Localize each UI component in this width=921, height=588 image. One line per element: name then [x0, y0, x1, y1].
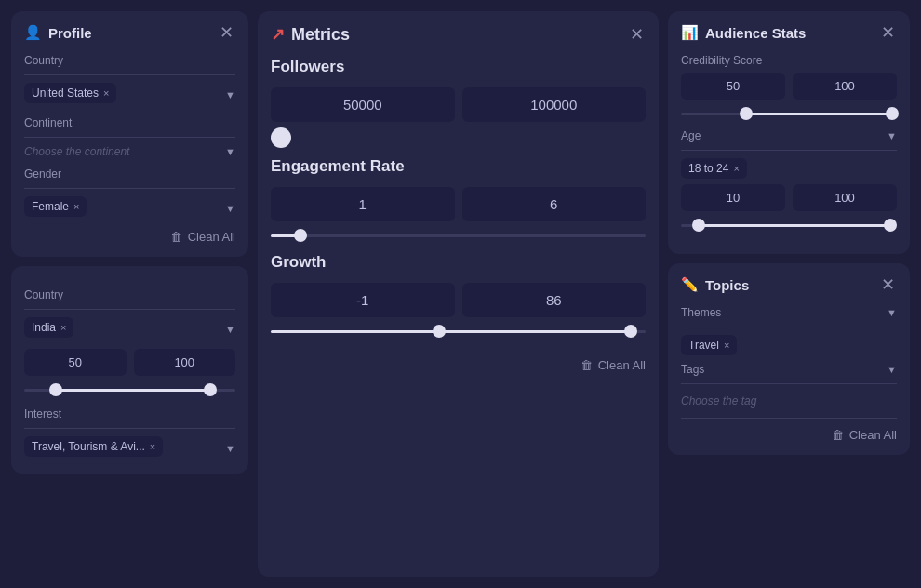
profile-icon: 👤 [24, 24, 42, 41]
topics-trash-icon: 🗑 [832, 428, 844, 442]
country-label: Country [24, 54, 235, 67]
india-tag-remove[interactable]: × [60, 322, 66, 333]
age-tag: 18 to 24 × [681, 158, 747, 179]
profile-trash-icon: 🗑 [170, 230, 182, 244]
engagement-min[interactable]: 1 [271, 187, 455, 221]
audience-stats-title: Audience Stats [705, 25, 806, 41]
growth-min[interactable]: -1 [271, 283, 455, 317]
continent-dropdown-arrow[interactable]: ▼ [225, 146, 235, 157]
gender-label: Gender [24, 167, 235, 180]
tags-label: Tags [681, 363, 704, 376]
country-slider-left-thumb[interactable] [49, 383, 62, 396]
gender-dropdown-arrow[interactable]: ▼ [225, 203, 235, 214]
country-tag: United States × [24, 83, 116, 103]
india-tag: India × [24, 317, 73, 338]
metrics-clean-all-button[interactable]: 🗑 Clean All [271, 358, 646, 372]
audience-stats-panel: 📊 Audience Stats ✕ Credibility Score 50 … [668, 11, 910, 254]
interest-tag: Travel, Tourism & Avi... × [24, 436, 163, 457]
country-slider-right-thumb[interactable] [204, 383, 217, 396]
credibility-label: Credibility Score [681, 54, 897, 67]
credibility-min[interactable]: 50 [681, 73, 785, 100]
growth-slider[interactable] [271, 323, 646, 340]
age-dropdown-arrow[interactable]: ▼ [887, 130, 897, 141]
country-range-max[interactable]: 100 [134, 349, 236, 376]
engagement-max[interactable]: 6 [462, 187, 647, 221]
followers-max[interactable]: 100000 [462, 87, 647, 122]
age-slider-right-thumb[interactable] [884, 219, 897, 232]
topics-close-button[interactable]: ✕ [879, 276, 897, 293]
gender-tag-remove[interactable]: × [73, 201, 79, 212]
interest-tag-remove[interactable]: × [150, 441, 155, 452]
country-range-min[interactable]: 50 [24, 349, 127, 376]
followers-toggle[interactable] [271, 127, 291, 148]
themes-section: Themes ▼ [681, 306, 897, 319]
themes-label: Themes [681, 306, 721, 319]
audience-close-button[interactable]: ✕ [879, 24, 897, 41]
gender-tag: Female × [24, 196, 87, 217]
topics-title: Topics [705, 277, 749, 293]
age-slider[interactable] [681, 217, 897, 234]
credibility-slider[interactable] [681, 105, 897, 122]
credibility-max[interactable]: 100 [793, 73, 897, 100]
themes-travel-tag: Travel × [681, 335, 737, 355]
age-section: Age ▼ [681, 129, 897, 142]
credibility-slider-left-thumb[interactable] [740, 107, 753, 120]
country-dropdown-arrow[interactable]: ▼ [225, 89, 235, 100]
age-range-min[interactable]: 10 [681, 184, 785, 211]
continent-label: Continent [24, 116, 235, 129]
interest-dropdown-arrow[interactable]: ▼ [225, 443, 235, 454]
metrics-panel: ↗ Metrics ✕ Followers 50000 100000 Engag… [258, 11, 659, 577]
growth-slider-right-thumb[interactable] [624, 325, 637, 338]
engagement-label: Engagement Rate [271, 157, 646, 176]
age-range-max[interactable]: 100 [793, 184, 897, 211]
metrics-trash-icon: 🗑 [581, 358, 593, 372]
country-india-label: Country [24, 288, 235, 301]
age-slider-left-thumb[interactable] [692, 219, 705, 232]
growth-slider-left-thumb[interactable] [433, 325, 446, 338]
country-tag-remove[interactable]: × [103, 87, 109, 99]
credibility-slider-right-thumb[interactable] [886, 107, 899, 120]
topics-icon: ✏️ [681, 276, 699, 293]
profile-panel: 👤 Profile ✕ Country United States × ▼ Co… [11, 11, 248, 257]
tags-placeholder: Choose the tag [681, 394, 756, 408]
age-tag-remove[interactable]: × [733, 163, 739, 174]
country-india-panel: Country India × ▼ 50 100 [11, 266, 248, 474]
metrics-icon: ↗ [271, 24, 285, 45]
themes-tag-remove[interactable]: × [724, 340, 729, 351]
engagement-slider-thumb[interactable] [294, 229, 307, 242]
followers-min[interactable]: 50000 [271, 87, 455, 122]
themes-dropdown-arrow[interactable]: ▼ [887, 307, 897, 318]
topics-clean-all-button[interactable]: 🗑 Clean All [681, 428, 897, 442]
growth-label: Growth [271, 253, 646, 272]
profile-clean-all-button[interactable]: 🗑 Clean All [24, 230, 235, 244]
tags-dropdown-arrow[interactable]: ▼ [887, 364, 897, 375]
metrics-close-button[interactable]: ✕ [628, 26, 646, 43]
stats-icon: 📊 [681, 24, 699, 41]
followers-label: Followers [271, 58, 646, 76]
topics-panel: ✏️ Topics ✕ Themes ▼ Travel × Tags ▼ [668, 263, 910, 455]
tags-section: Tags ▼ [681, 363, 897, 376]
country-slider[interactable] [24, 381, 235, 398]
profile-close-button[interactable]: ✕ [218, 24, 235, 41]
metrics-title: Metrics [291, 25, 350, 45]
profile-title: Profile [48, 25, 92, 41]
engagement-slider[interactable] [271, 227, 646, 244]
growth-max[interactable]: 86 [462, 283, 647, 317]
continent-placeholder: Choose the continent [24, 145, 129, 158]
age-label: Age [681, 129, 701, 142]
country-india-dropdown-arrow[interactable]: ▼ [225, 324, 235, 335]
interest-label: Interest [24, 408, 235, 421]
